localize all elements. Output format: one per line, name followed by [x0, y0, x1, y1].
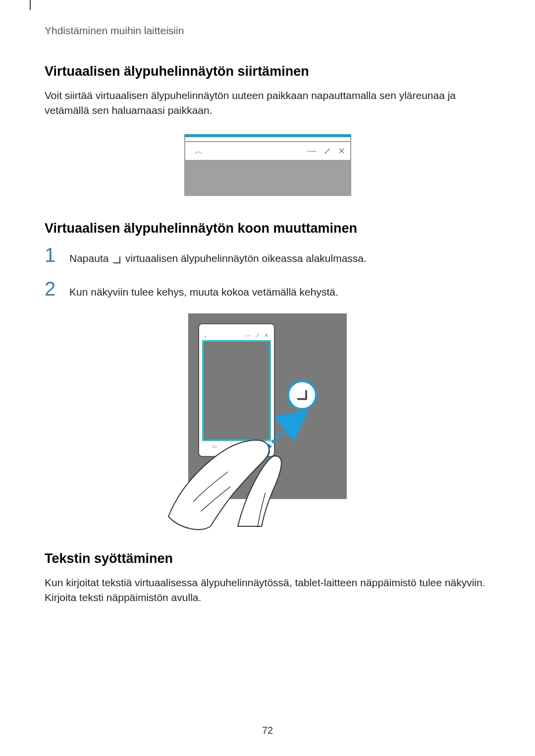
numbered-steps: 1 Napauta virtuaalisen älypuhelinnäytön …: [45, 245, 490, 300]
minimize-icon: —: [245, 332, 252, 338]
chevron-up-icon: ︿: [194, 145, 203, 157]
page-top-marker: [30, 0, 31, 10]
illustration-resize-gesture: ⌄— ⤢ ✕ ▭◇⋮: [45, 313, 490, 521]
minimize-icon: —: [308, 146, 317, 156]
section-body-move: Voit siirtää virtuaalisen älypuhelinnäyt…: [45, 88, 490, 118]
hands-illustration: [163, 373, 312, 531]
close-icon: ✕: [338, 146, 345, 156]
resize-corner-icon: [113, 252, 120, 266]
section-heading-resize: Virtuaalisen älypuhelinnäytön koon muutt…: [45, 221, 490, 236]
step-1-text: Napauta virtuaalisen älypuhelinnäytön oi…: [69, 246, 367, 267]
expand-icon: ⤢: [323, 146, 331, 156]
breadcrumb: Yhdistäminen muihin laitteisiin: [45, 25, 490, 37]
section-heading-move: Virtuaalisen älypuhelinnäytön siirtämine…: [45, 64, 490, 79]
expand-icon: ⤢: [255, 332, 261, 338]
page-number: 72: [0, 725, 535, 736]
section-heading-text-input: Tekstin syöttäminen: [45, 551, 490, 566]
page-content: Yhdistäminen muihin laitteisiin Virtuaal…: [0, 0, 535, 605]
section-body-text-input: Kun kirjoitat tekstiä virtuaalisessa äly…: [45, 575, 490, 605]
step-1: 1 Napauta virtuaalisen älypuhelinnäytön …: [45, 245, 490, 267]
step-2: 2 Kun näkyviin tulee kehys, muuta kokoa …: [45, 279, 490, 300]
chevron-down-icon: ⌄: [203, 332, 208, 339]
step-2-text: Kun näkyviin tulee kehys, muuta kokoa ve…: [69, 280, 338, 300]
step-number-2: 2: [45, 279, 69, 299]
illustration-drag-titlebar: ︿ — ⤢ ✕: [45, 134, 490, 196]
step-number-1: 1: [45, 245, 69, 265]
close-icon: ✕: [264, 332, 270, 338]
